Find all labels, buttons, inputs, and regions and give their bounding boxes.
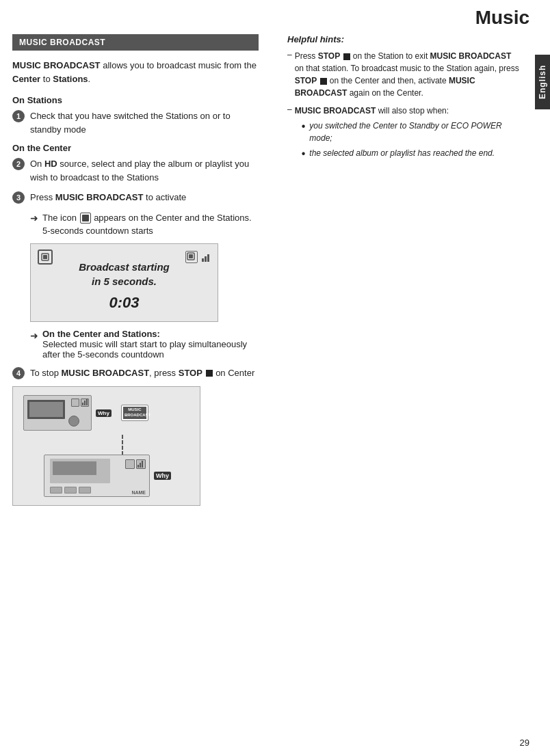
step-3-bold: MUSIC BROADCAST: [55, 192, 144, 202]
step4-press: , press: [149, 368, 179, 378]
top-device-icons: [71, 399, 89, 407]
bullet-dot-2: •: [302, 147, 306, 160]
bottom-controls: [50, 487, 91, 494]
hint-2-text: MUSIC BROADCAST will also stop when: • y…: [295, 105, 520, 163]
bottom-icon1: [125, 459, 135, 469]
step-2-text: On HD source, select and play the album …: [30, 157, 259, 184]
top-device-group: Why MUSICBROADCAST: [23, 395, 148, 431]
top-device-knob: [68, 416, 79, 427]
step-2-hd: HD: [44, 159, 57, 169]
on-center-stations-body: Selected music will start start to play …: [42, 339, 247, 360]
broadcast-screen: Broadcast starting in 5 seconds. 0:03: [30, 243, 218, 322]
hint-2: – MUSIC BROADCAST will also stop when: •…: [287, 105, 520, 163]
music-broadcast-badge: MUSICBROADCAST: [121, 405, 148, 421]
intro-text2: allows you to broadcast music from the: [101, 60, 257, 70]
bullet-2-text: the selected album or playlist has reach…: [309, 147, 495, 159]
step-1-row: 1 Check that you have switched the Stati…: [12, 109, 259, 136]
why-badge-container: Why: [96, 409, 112, 417]
bullet-dot-1: •: [302, 120, 306, 133]
icon-arrow-row: ➜ The icon appears on the Center and the…: [30, 211, 259, 238]
bottom-device: NAME: [44, 455, 150, 497]
on-center-stations-label: On the Center and Stations:: [42, 329, 160, 339]
step4-stop: STOP: [179, 368, 202, 378]
intro-to: to: [40, 74, 53, 84]
top-device-screen: [27, 400, 65, 419]
step-2-row: 2 On HD source, select and play the albu…: [12, 157, 259, 184]
step4-music-broadcast: MUSIC BROADCAST: [62, 368, 150, 378]
intro-bold: MUSIC BROADCAST: [12, 60, 101, 70]
screen-icon-right: [185, 251, 211, 263]
bottom-signal-bars: [136, 459, 146, 469]
hint-1: – Press STOP on the Station to exit MUSI…: [287, 50, 520, 99]
bottom-device-screen: [50, 459, 110, 483]
step-4-row: 4 To stop MUSIC BROADCAST, press STOP on…: [12, 366, 259, 380]
arrow-char: ➜: [30, 211, 38, 226]
control-btn3: [79, 487, 91, 494]
language-tab: English: [535, 55, 550, 109]
center-stations-text: On the Center and Stations: Selected mus…: [42, 329, 259, 360]
step-1-circle: 1: [12, 110, 25, 122]
step4-prefix: To stop: [30, 368, 62, 378]
broadcast-icon: [80, 213, 91, 224]
top-device-screen-inner: [29, 402, 63, 417]
step-1-text: Check that you have switched the Station…: [30, 109, 259, 136]
bullet-1: • you switched the Center to Standby or …: [302, 120, 520, 144]
intro-end: .: [88, 74, 91, 84]
diagram-box: Why MUSICBROADCAST: [12, 386, 200, 506]
on-center-heading: On the Center: [12, 143, 259, 153]
step-3-circle: 3: [12, 191, 25, 204]
page-number: 29: [520, 738, 529, 748]
screen-icon-left: [38, 249, 53, 265]
on-stations-heading: On Stations: [12, 95, 259, 105]
icon-arrow-text: The icon appears on the Center and the S…: [42, 211, 259, 238]
screen-icon-small-1: [185, 251, 198, 263]
hint-2-dash: –: [287, 105, 292, 114]
bottom-device-screen-inner: [53, 461, 96, 475]
the-icon-label: The icon: [42, 213, 77, 223]
on-center-stations-row: ➜ On the Center and Stations: Selected m…: [30, 329, 259, 360]
stop-icon-hint1b: [320, 78, 327, 85]
intro-center: Center: [12, 74, 40, 84]
content-right: Helpful hints: – Press STOP on the Stati…: [287, 34, 520, 168]
signal-bars: [200, 251, 211, 263]
screen-top-icons: [38, 249, 211, 265]
top-device-icon1: [71, 399, 79, 407]
top-device-signal: [81, 399, 89, 407]
bottom-device-label: NAME: [131, 490, 146, 495]
helpful-hints-title: Helpful hints:: [287, 34, 520, 44]
hint-1-dash: –: [287, 50, 292, 59]
stop-square-icon: [206, 370, 213, 377]
bottom-device-group: NAME Why: [44, 455, 171, 497]
content-left: MUSIC BROADCAST MUSIC BROADCAST allows y…: [12, 34, 259, 506]
page-title: Music: [475, 7, 529, 29]
control-btn2: [64, 487, 77, 494]
countdown-text: 0:03: [109, 294, 139, 312]
center-stations-arrow: ➜: [30, 329, 38, 343]
bullet-1-text: you switched the Center to Standby or EC…: [309, 120, 520, 144]
step4-on-center: on Center: [213, 368, 255, 378]
section-header: MUSIC BROADCAST: [12, 34, 259, 51]
bottom-device-icons: [125, 459, 146, 469]
step-3-row: 3 Press MUSIC BROADCAST to activate: [12, 191, 259, 204]
stop-icon-hint1: [343, 53, 350, 60]
step-4-text: To stop MUSIC BROADCAST, press STOP on C…: [30, 366, 254, 380]
intro-paragraph: MUSIC BROADCAST allows you to broadcast …: [12, 59, 259, 85]
bullet-2: • the selected album or playlist has rea…: [302, 147, 520, 160]
step-3-text: Press MUSIC BROADCAST to activate: [30, 191, 186, 204]
hint-2-body: MUSIC BROADCAST will also stop when:: [295, 106, 449, 116]
step-4-circle: 4: [12, 367, 25, 379]
why-badge: Why: [96, 409, 112, 417]
control-btn1: [50, 487, 62, 494]
intro-stations: Stations: [53, 74, 88, 84]
broadcast-screen-icon: [40, 252, 50, 262]
hint-1-text: Press STOP on the Station to exit MUSIC …: [295, 50, 520, 99]
on-center-stations-container: ➜ On the Center and Stations: Selected m…: [30, 329, 259, 360]
bottom-why-badge: Why: [154, 472, 171, 480]
svg-rect-3: [189, 254, 193, 258]
step-2-circle: 2: [12, 158, 25, 170]
svg-rect-1: [43, 255, 47, 259]
broadcast-line2: in 5 seconds.: [92, 275, 157, 287]
top-device: [23, 395, 92, 431]
